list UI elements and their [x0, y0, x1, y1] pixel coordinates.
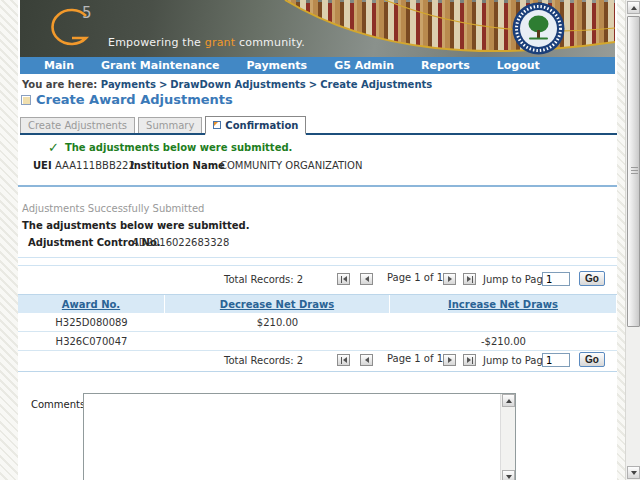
breadcrumb-prefix: You are here:	[22, 79, 97, 90]
nav-item-payments[interactable]: Payments	[247, 59, 308, 72]
page-title-icon	[21, 95, 31, 105]
next-arrow-icon	[467, 357, 471, 363]
nav-item-g5-admin[interactable]: G5 Admin	[334, 59, 394, 72]
status-text-gray: Adjustments Successfully Submitted	[22, 203, 204, 214]
go-button[interactable]: Go	[579, 352, 605, 367]
header-banner: 5 Empowering the grant community.	[20, 0, 615, 57]
first-page-button[interactable]	[337, 273, 350, 285]
scrollbar-grip	[631, 167, 638, 176]
comments-textarea[interactable]	[84, 394, 501, 480]
institution-name-label: Institution Name	[130, 160, 225, 171]
check-icon: ✓	[48, 140, 59, 155]
page-content: 5 Empowering the grant community. Main G…	[18, 0, 617, 480]
tab-confirmation[interactable]: Confirmation	[205, 116, 306, 135]
pager-bottom: Total Records: 2 Page 1 of 1 Jump to Pag…	[18, 352, 617, 370]
total-records-label: Total Records: 2	[224, 355, 303, 366]
column-header-increase-net-draws[interactable]: Increase Net Draws	[390, 295, 617, 313]
next-page-button[interactable]	[443, 354, 456, 366]
next-page-button[interactable]	[443, 273, 456, 285]
tagline-suffix: community.	[235, 36, 305, 49]
breadcrumb-link-drawdown-adjustments[interactable]: DrawDown Adjustments	[170, 79, 305, 90]
nav-item-reports[interactable]: Reports	[421, 59, 470, 72]
increase-net-draws-cell	[390, 313, 617, 331]
first-page-icon	[341, 357, 342, 364]
breadcrumb-link-payments[interactable]: Payments	[101, 79, 156, 90]
main-nav-bar: Main Grant Maintenance Payments G5 Admin…	[20, 57, 615, 74]
total-records-label: Total Records: 2	[224, 274, 303, 285]
tab-strip: Create Adjustments Summary Confirmation	[20, 116, 617, 135]
tab-label: Confirmation	[225, 120, 298, 131]
page-indicator: Page 1 of 1	[384, 353, 446, 364]
section-divider	[18, 185, 617, 187]
jump-to-page-label: Jump to Page	[483, 274, 549, 285]
breadcrumb-separator: >	[159, 79, 167, 90]
pager-top: Total Records: 2 Page 1 of 1 Jump to Pag…	[18, 271, 617, 289]
nav-item-main[interactable]: Main	[44, 59, 74, 72]
previous-arrow-icon	[343, 357, 347, 363]
previous-page-button[interactable]	[360, 354, 373, 366]
divider-line	[18, 265, 617, 266]
scroll-up-button[interactable]	[502, 394, 515, 407]
next-arrow-icon	[467, 276, 471, 282]
tab-summary[interactable]: Summary	[138, 117, 202, 133]
jump-to-page-label: Jump to Page	[483, 355, 549, 366]
vertical-scrollbar[interactable]	[625, 0, 640, 480]
jump-to-page-input[interactable]	[542, 353, 570, 367]
page-title-text: Create Award Adjustments	[36, 92, 233, 107]
award-no-cell: H325D080089	[18, 313, 165, 331]
last-page-icon	[472, 276, 473, 283]
confirmation-tab-icon	[213, 121, 221, 129]
column-header-award-no[interactable]: Award No.	[18, 295, 165, 313]
g5-logo-five: 5	[82, 4, 92, 22]
last-page-button[interactable]	[463, 354, 476, 366]
breadcrumb: You are here: Payments>DrawDown Adjustme…	[22, 79, 432, 90]
up-arrow-icon	[506, 399, 512, 403]
success-message-text: The adjustments below were submitted.	[65, 142, 292, 153]
institution-name-value: COMMUNITY ORGANIZATION	[220, 160, 362, 171]
divider-line	[18, 371, 617, 372]
nav-item-logout[interactable]: Logout	[497, 59, 540, 72]
tab-label: Summary	[146, 120, 194, 131]
next-arrow-icon	[448, 357, 452, 363]
success-message: ✓ The adjustments below were submitted.	[48, 140, 292, 155]
uei-institution-row: UEI AAA111BBB222 Institution Name COMMUN…	[33, 160, 52, 171]
breadcrumb-link-create-adjustments[interactable]: Create Adjustments	[320, 79, 432, 90]
scrollbar-up-button[interactable]	[627, 1, 640, 14]
comments-label: Comments	[31, 399, 85, 410]
nav-item-grant-maintenance[interactable]: Grant Maintenance	[101, 59, 220, 72]
department-of-education-seal-icon	[512, 2, 565, 55]
table-row: H325D080089 $210.00	[18, 313, 617, 332]
breadcrumb-separator: >	[309, 79, 317, 90]
comments-scrollbar[interactable]	[500, 394, 515, 480]
tab-label: Create Adjustments	[28, 120, 127, 131]
page-title: Create Award Adjustments	[21, 92, 233, 107]
uei-value: AAA111BBB222	[55, 160, 135, 171]
first-page-button[interactable]	[337, 354, 350, 366]
decrease-net-draws-cell	[165, 332, 390, 350]
scrollbar-thumb[interactable]	[627, 16, 640, 327]
g5-application-window: 5 Empowering the grant community. Main G…	[0, 0, 640, 480]
first-page-icon	[341, 276, 342, 283]
status-text-bold: The adjustments below were submitted.	[22, 220, 249, 231]
award-no-cell: H326C070047	[18, 332, 165, 350]
decrease-net-draws-cell: $210.00	[165, 313, 390, 331]
table-row: H326C070047 -$210.00	[18, 332, 617, 351]
column-header-decrease-net-draws[interactable]: Decrease Net Draws	[165, 295, 390, 313]
scroll-down-button[interactable]	[502, 470, 515, 480]
up-arrow-icon	[631, 6, 637, 10]
previous-arrow-icon	[365, 276, 369, 282]
down-arrow-icon	[506, 475, 512, 479]
previous-page-button[interactable]	[360, 273, 373, 285]
table-header-row: Award No. Decrease Net Draws Increase Ne…	[18, 295, 617, 313]
jump-to-page-input[interactable]	[542, 272, 570, 286]
page-indicator: Page 1 of 1	[384, 272, 446, 283]
scrollbar-down-button[interactable]	[627, 466, 640, 479]
increase-net-draws-cell: -$210.00	[390, 332, 617, 350]
next-arrow-icon	[448, 276, 452, 282]
go-button[interactable]: Go	[579, 271, 605, 286]
tab-create-adjustments[interactable]: Create Adjustments	[20, 117, 135, 133]
down-arrow-icon	[631, 471, 637, 475]
previous-arrow-icon	[365, 357, 369, 363]
last-page-button[interactable]	[463, 273, 476, 285]
last-page-icon	[472, 357, 473, 364]
